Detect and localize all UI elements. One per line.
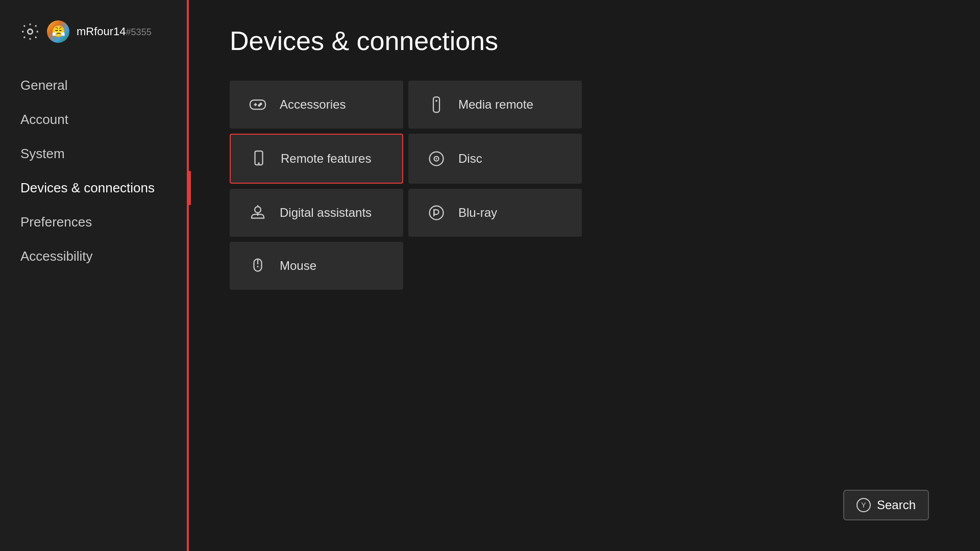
main-content: Devices & connections Accessories (189, 0, 980, 551)
grid-item-blu-ray[interactable]: Blu-ray (408, 189, 582, 237)
username: mRfour14#5355 (77, 25, 152, 38)
grid-item-mouse[interactable]: Mouse (230, 242, 403, 290)
page-title: Devices & connections (230, 26, 939, 56)
blu-ray-label: Blu-ray (458, 206, 497, 220)
sidebar-item-accessibility[interactable]: Accessibility (0, 239, 189, 273)
svg-rect-1 (250, 100, 265, 109)
search-button[interactable]: Y Search (843, 490, 929, 520)
avatar: 😤 (47, 20, 69, 43)
sidebar-item-account[interactable]: Account (0, 103, 189, 137)
settings-icon[interactable] (20, 22, 40, 41)
svg-point-0 (28, 29, 33, 34)
disc-label: Disc (458, 152, 482, 166)
sidebar-item-preferences[interactable]: Preferences (0, 205, 189, 239)
remote-features-label: Remote features (281, 152, 371, 166)
grid-item-digital-assistants[interactable]: Digital assistants (230, 189, 403, 237)
media-remote-label: Media remote (458, 97, 533, 112)
mouse-icon (248, 256, 267, 276)
sidebar: 😤 mRfour14#5355 General Account System D… (0, 0, 189, 551)
sidebar-item-system[interactable]: System (0, 137, 189, 171)
disc-icon (427, 149, 446, 168)
grid-item-accessories[interactable]: Accessories (230, 81, 403, 129)
svg-point-12 (436, 158, 437, 160)
grid-container: Accessories Media remote Remote features (230, 81, 939, 290)
svg-point-5 (259, 105, 260, 106)
svg-rect-17 (433, 209, 434, 217)
svg-point-16 (430, 206, 444, 220)
sidebar-item-devices[interactable]: Devices & connections (0, 171, 189, 205)
user-header: 😤 mRfour14#5355 (0, 20, 189, 68)
search-label: Search (877, 498, 916, 512)
grid-item-media-remote[interactable]: Media remote (408, 81, 582, 129)
bluray-icon (427, 203, 446, 222)
svg-point-4 (260, 103, 262, 105)
assistant-icon (248, 203, 267, 222)
svg-point-20 (257, 266, 259, 267)
nav-list: General Account System Devices & connect… (0, 68, 189, 273)
phone-icon (249, 149, 268, 168)
sidebar-item-general[interactable]: General (0, 68, 189, 103)
y-button-icon: Y (856, 498, 871, 512)
remote-icon (427, 95, 446, 114)
digital-assistants-label: Digital assistants (280, 206, 372, 220)
svg-point-13 (255, 207, 261, 213)
grid-item-disc[interactable]: Disc (408, 134, 582, 184)
mouse-label: Mouse (280, 259, 316, 273)
accessories-label: Accessories (280, 97, 346, 112)
gamepad-icon (248, 95, 267, 114)
grid-item-remote-features[interactable]: Remote features (230, 134, 403, 184)
svg-rect-6 (433, 97, 439, 112)
